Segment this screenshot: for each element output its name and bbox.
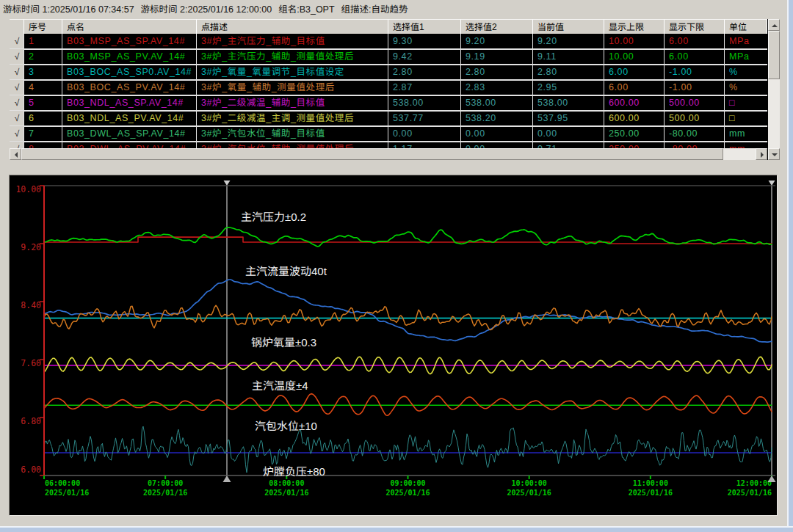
cell-unit: □ — [725, 112, 767, 125]
group-desc: 组描述:自动趋势 — [341, 4, 408, 15]
row-checkbox[interactable]: √ — [10, 65, 24, 80]
h-scroll-left-button[interactable] — [10, 148, 21, 160]
cell-lo: 6.00 — [665, 50, 725, 64]
trend-chart[interactable]: 10.009.208.407.606.806.0006:00:002025/01… — [9, 175, 778, 516]
cell-seq: 6 — [24, 112, 62, 125]
row-checkbox[interactable]: √ — [10, 95, 24, 111]
x-axis-date-label: 2025/01/16 — [629, 489, 673, 497]
y-axis-label: 6.80 — [21, 416, 41, 426]
table-body: √1B03_MSP_AS_SP.AV_14#3#炉_主汽压力_辅助_目标值9.3… — [10, 34, 767, 148]
v-scroll-thumb[interactable] — [768, 31, 780, 79]
cell-cur: 0.00 — [533, 127, 604, 141]
x-axis-date-label: 2025/01/16 — [728, 489, 772, 497]
column-header-seq[interactable]: 序号 — [24, 19, 62, 34]
column-header-lo[interactable]: 显示下限 — [665, 19, 725, 34]
cell-sel2: 0.00 — [461, 127, 533, 141]
row-checkbox[interactable]: √ — [10, 126, 24, 142]
y-axis-label: 8.40 — [21, 300, 41, 310]
column-header-sel2[interactable]: 选择值2 — [461, 19, 533, 34]
h-scroll-right-button[interactable] — [756, 148, 767, 160]
chart-annotation: 汽包水位±10 — [255, 420, 317, 432]
x-axis-time-label: 11:00:00 — [633, 479, 668, 487]
y-axis-label: 10.00 — [15, 184, 41, 194]
column-separator — [532, 34, 533, 148]
cell-cur: 537.95 — [533, 112, 604, 125]
cell-cur: 0.71 — [533, 142, 604, 148]
h-scroll-thumb[interactable] — [21, 148, 723, 160]
column-header-check[interactable] — [10, 19, 24, 34]
cell-name: B03_BOC_AS_PV.AV_14# — [62, 81, 197, 95]
column-header-name[interactable]: 点名 — [62, 19, 197, 34]
column-separator — [664, 34, 665, 148]
row-checkbox[interactable]: √ — [10, 49, 24, 65]
y-axis-label: 7.60 — [21, 358, 41, 368]
cell-unit: % — [725, 65, 767, 79]
cell-name: B03_NDL_AS_SP.AV_14# — [62, 96, 197, 110]
column-separator — [388, 34, 388, 148]
cell-seq: 1 — [24, 34, 62, 48]
column-separator — [460, 34, 461, 148]
row-checkbox[interactable]: √ — [10, 111, 24, 126]
cell-name: B03_DWL_AS_SP.AV_14# — [62, 127, 197, 141]
row-checkbox[interactable]: √ — [10, 80, 24, 95]
cell-sel2: 9.20 — [461, 34, 533, 48]
x-axis-date-label: 2025/01/16 — [507, 489, 551, 497]
series-flow_pv — [44, 280, 772, 342]
column-separator — [724, 34, 725, 148]
cell-desc: 3#炉_汽包水位_辅助_测量值处理后 — [197, 142, 388, 148]
cell-name: B03_BOC_AS_SP0.AV_14# — [62, 65, 197, 79]
cell-sel2: 9.19 — [461, 50, 533, 64]
cell-sel2: 538.20 — [461, 112, 533, 125]
cell-name: B03_DWL_AS_PV.AV_14# — [62, 142, 197, 148]
column-header-sel1[interactable]: 选择值1 — [388, 19, 461, 34]
cell-lo: 500.00 — [665, 96, 725, 110]
x-axis-date-label: 2025/01/16 — [143, 489, 187, 497]
x-axis-time-label: 07:00:00 — [148, 479, 183, 487]
row-checkbox[interactable]: √ — [10, 142, 24, 148]
v-scroll-up-button[interactable] — [768, 19, 780, 31]
cell-hi: 6.00 — [604, 65, 665, 79]
cell-desc: 3#炉_二级减温_辅助_目标值 — [197, 96, 388, 110]
cursor-time-1: 游标时间 1:2025/01/16 07:34:57 — [3, 4, 134, 15]
cell-name: B03_NDL_AS_PV.AV_14# — [62, 112, 197, 125]
cell-hi: 10.00 — [604, 34, 665, 48]
column-separator — [62, 34, 62, 148]
cell-desc: 3#炉_二级减温_主调_测量值处理后 — [197, 112, 388, 125]
cursor-2-top-handle[interactable] — [769, 181, 775, 186]
row-checkbox[interactable]: √ — [10, 34, 24, 49]
column-header-hi[interactable]: 显示上限 — [604, 19, 665, 34]
cell-desc: 3#炉_氧量_辅助_测量值处理后 — [197, 81, 388, 95]
table-v-scrollbar[interactable] — [768, 19, 780, 160]
cell-hi: 600.00 — [604, 96, 665, 110]
column-header-cur[interactable]: 当前值 — [533, 19, 604, 34]
column-header-desc[interactable]: 点描述 — [197, 19, 388, 34]
cell-seq: 5 — [24, 96, 62, 110]
table-h-scrollbar[interactable] — [10, 148, 767, 160]
cell-lo: -1.00 — [665, 65, 725, 79]
cell-name: B03_MSP_AS_SP.AV_14# — [62, 34, 197, 48]
x-axis-time-label: 09:00:00 — [390, 479, 425, 487]
table-header-row: 序号点名点描述选择值1选择值2当前值显示上限显示下限单位 — [10, 19, 767, 34]
cell-sel2: 538.00 — [461, 96, 533, 110]
arrow-up-icon — [772, 21, 778, 27]
v-scroll-down-button[interactable] — [768, 148, 780, 160]
x-axis-time-label: 06:00:00 — [45, 479, 80, 487]
cell-hi: 600.00 — [604, 112, 665, 125]
cell-sel1: 538.00 — [388, 96, 461, 110]
cursor-1-top-handle[interactable] — [224, 181, 231, 186]
cell-sel1: 1.17 — [388, 142, 461, 148]
cell-sel1: 537.77 — [388, 112, 461, 125]
cell-lo: -80.00 — [665, 142, 725, 148]
cursor-1-bottom-handle[interactable] — [223, 475, 231, 482]
column-header-unit[interactable]: 单位 — [725, 19, 767, 34]
group-name: 组名:B3_OPT — [278, 4, 334, 15]
cell-sel2: 0.00 — [461, 142, 533, 148]
info-bar: 游标时间 1:2025/01/16 07:34:57游标时间 2:2025/01… — [3, 1, 664, 15]
cell-unit: mm — [725, 127, 767, 141]
cell-cur: 9.20 — [533, 34, 604, 48]
cell-sel1: 2.87 — [388, 81, 461, 95]
cell-desc: 3#炉_氧量_氧量调节_目标值设定 — [197, 65, 388, 79]
y-axis-label: 9.20 — [21, 242, 41, 252]
cell-sel1: 0.00 — [388, 127, 461, 141]
cell-desc: 3#炉_汽包水位_辅助_目标值 — [197, 127, 388, 141]
